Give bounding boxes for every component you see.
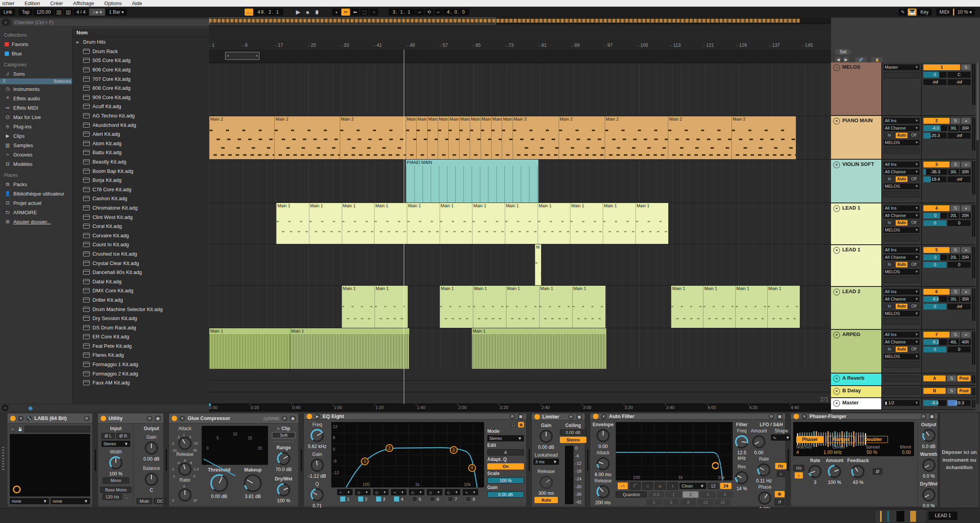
input-routing-select[interactable]: All Ins▼ xyxy=(884,118,920,124)
phaser-warmth-knob[interactable] xyxy=(922,459,936,472)
stop-button[interactable]: ■ xyxy=(303,9,312,16)
value-box[interactable]: 0 xyxy=(948,347,971,352)
monitor-off-button[interactable]: Off xyxy=(908,176,920,182)
arrangement-clip[interactable]: Main 1 xyxy=(703,286,735,328)
eq-freq-knob[interactable] xyxy=(311,429,324,442)
af-morph-icon[interactable]: ≀ xyxy=(667,482,678,490)
value-box[interactable]: -8.6 xyxy=(923,296,947,302)
device-chain-handle[interactable] xyxy=(0,412,6,508)
input-channel-select[interactable]: All Channe▼ xyxy=(884,213,920,219)
browser-list-item[interactable]: Driller Kit.adg xyxy=(73,295,209,305)
af-amount-knob[interactable] xyxy=(752,435,765,448)
labs-save-icon[interactable]: 💾 xyxy=(17,427,23,432)
af-rate-hz-button[interactable]: Hz xyxy=(775,463,786,469)
labs-plugin-display[interactable] xyxy=(10,434,90,496)
track-row[interactable]: ▼ ARPEG All Ins▼ All Channe▼ In Auto Off… xyxy=(831,330,975,374)
monitor-in-button[interactable]: In xyxy=(884,347,895,352)
phaser-amount-knob[interactable] xyxy=(828,465,841,478)
solo-button[interactable]: S xyxy=(951,118,960,124)
arrangement-clip[interactable]: Main 1 xyxy=(505,203,538,244)
eq-band-toggle[interactable]: 5 xyxy=(412,496,421,502)
track-lane[interactable]: Main 1 Main 1 Main 1 xyxy=(209,328,831,372)
value-box[interactable]: -inf xyxy=(948,133,971,139)
arrangement-clip[interactable]: Main 1 xyxy=(209,328,290,371)
phaser-tab-flanger[interactable]: Flanger xyxy=(827,436,855,443)
solo-button[interactable]: S xyxy=(951,332,960,338)
af-envelope-value[interactable]: 0.00 xyxy=(598,444,607,449)
phaser-notches-value[interactable]: 4 xyxy=(796,450,799,455)
input-routing-select[interactable]: All Ins▼ xyxy=(884,162,920,167)
glue-makeup-value[interactable]: 3.81 dB xyxy=(245,494,261,499)
af-quantize-option[interactable]: 1 xyxy=(666,491,681,498)
value-box[interactable]: 0 xyxy=(923,213,947,219)
menu-item[interactable]: Options xyxy=(104,0,122,6)
arrangement-clip[interactable]: Main 1 xyxy=(440,286,473,328)
sidebar-item-samples[interactable]: ▥ Samples xyxy=(0,141,72,150)
monitor-off-button[interactable]: Off xyxy=(908,133,920,138)
eq-save-icon[interactable]: ▣ xyxy=(518,414,524,419)
sidebar-item-modeles[interactable]: ⊟ Modèles xyxy=(0,159,72,169)
browser-list-item[interactable]: 606 Core Kit.adg xyxy=(73,65,209,75)
output-routing-select[interactable]: Master▼ xyxy=(884,64,920,70)
eq-spectrum-icon[interactable]: ▦ xyxy=(518,422,524,427)
phaser-title[interactable]: Phaser-Flanger xyxy=(810,413,847,419)
browser-list-item[interactable]: Chromatone Kit.adg xyxy=(73,203,209,213)
browser-list-item[interactable]: C78 Core Kit.adg xyxy=(73,185,209,194)
af-quantize-option[interactable]: 0.5 xyxy=(648,491,664,498)
value-box[interactable]: 0 xyxy=(923,262,946,268)
track-fold-icon[interactable]: ▼ xyxy=(833,247,840,254)
track-number[interactable]: 4 xyxy=(923,205,950,211)
utility-save-icon[interactable]: ▣ xyxy=(155,416,161,421)
eq-adaptq-button[interactable]: On xyxy=(487,463,524,470)
arrangement-clip[interactable]: Main 1 xyxy=(636,203,669,244)
glue-drywet-knob[interactable] xyxy=(277,483,290,496)
solo-button[interactable]: S xyxy=(947,375,956,381)
labs-title[interactable]: LABS (64 Bit) xyxy=(34,415,67,421)
eq-band-toggle[interactable]: 2 xyxy=(358,496,367,502)
browser-list-item[interactable]: Datai Kit.adg xyxy=(73,277,209,286)
track-name-cell[interactable]: ▼ LEAD 1 xyxy=(831,203,881,244)
arrangement-overview[interactable] xyxy=(209,18,831,24)
post-button[interactable]: Post xyxy=(957,388,971,394)
monitor-off-button[interactable]: Off xyxy=(908,304,920,309)
track-row[interactable]: ▼ PIANO MAIN All Ins▼ All Channe▼ In Aut… xyxy=(831,116,975,160)
sidebar-item-max-for-live[interactable]: ⌬ Max for Live xyxy=(0,112,72,122)
glue-unfold-icon[interactable]: ▼ xyxy=(179,416,185,421)
af-freq-knob[interactable] xyxy=(735,435,748,448)
nudge-down-icon[interactable]: |||| xyxy=(55,9,63,16)
track-fold-icon[interactable]: ▼ xyxy=(833,400,840,407)
arrangement-clip[interactable]: Main 1 xyxy=(290,328,409,371)
menu-item[interactable]: Edition xyxy=(25,0,40,6)
af-highpass-icon[interactable]: /¯ xyxy=(630,482,641,490)
value-box[interactable]: -8.2 xyxy=(923,339,947,345)
arrangement-clip[interactable]: Main 1 xyxy=(506,286,540,328)
eq-band-toggle[interactable]: 4 xyxy=(394,496,403,502)
track-fold-icon[interactable]: ▼ xyxy=(833,118,840,125)
limiter-ceiling-field[interactable]: 0.00 dB xyxy=(560,429,586,436)
eq-band-shape-select[interactable]: ◇▼ xyxy=(409,489,424,495)
arrangement-clip[interactable]: Main 1 xyxy=(342,203,375,244)
phaser-tab-doubler[interactable]: Doubler xyxy=(858,436,888,443)
arrangement-clip[interactable]: PIANO MAIN xyxy=(406,160,539,203)
solo-button[interactable]: S xyxy=(951,289,960,295)
arrangement-clip[interactable]: Main 1 xyxy=(276,203,309,244)
track-fold-icon[interactable]: ▼ xyxy=(833,332,840,338)
arrangement-clip[interactable]: M xyxy=(535,244,541,285)
browser-list-item[interactable]: Dry Session Kit.adg xyxy=(73,314,209,323)
track-name-cell[interactable]: ▼ LEAD 2 xyxy=(831,287,881,329)
preview-globe-icon[interactable]: ◉ xyxy=(28,405,33,411)
track-row[interactable]: ▼ B Delay B S Post xyxy=(831,386,975,398)
glue-drywet-value[interactable]: 100 % xyxy=(277,498,290,503)
value-box[interactable]: -4.0 xyxy=(923,125,947,131)
autofilter-on-icon[interactable] xyxy=(593,414,598,419)
eq-audition-icon[interactable]: 🎧 xyxy=(511,422,517,427)
glue-range-knob[interactable] xyxy=(277,452,290,465)
solo-button[interactable]: S xyxy=(947,388,956,394)
browser-list-item[interactable]: 808 Core Kit.adg xyxy=(73,84,209,93)
value-box[interactable]: -inf xyxy=(948,176,971,182)
arrangement-clip[interactable]: Main 2 xyxy=(559,116,605,159)
collection-favoris[interactable]: Favoris xyxy=(0,39,72,49)
monitor-auto-button[interactable]: Auto xyxy=(896,262,907,267)
monitor-auto-button[interactable]: Auto xyxy=(896,347,907,352)
arrangement-clip[interactable]: Main 1 xyxy=(342,286,375,328)
